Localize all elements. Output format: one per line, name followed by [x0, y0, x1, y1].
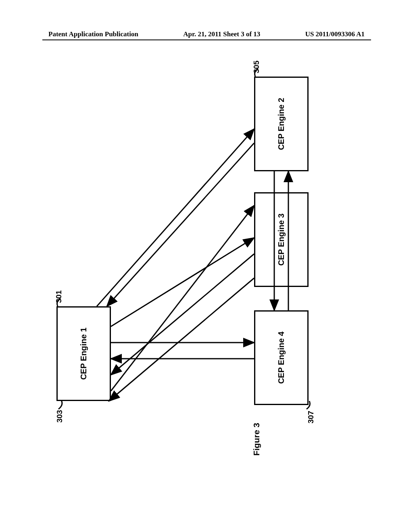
box-label: CEP Engine 3 [277, 214, 286, 266]
ref-301: 301 [54, 290, 63, 303]
ref-307: 307 [307, 411, 315, 424]
diagram-canvas: CEP Engine 1 301 CEP Engine 2 305 CEP En… [56, 81, 347, 455]
box-cep-engine-2: CEP Engine 2 [254, 77, 309, 171]
svg-line-1 [97, 129, 254, 306]
header-rule [42, 39, 371, 40]
box-label: CEP Engine 1 [79, 328, 88, 380]
svg-line-2 [107, 143, 254, 306]
box-cep-engine-4: CEP Engine 4 [254, 310, 309, 405]
box-cep-engine-1: CEP Engine 1 [56, 306, 111, 401]
svg-line-9 [111, 206, 254, 391]
box-cep-engine-3: CEP Engine 3 [254, 192, 309, 287]
figure-label: Figure 3 [252, 423, 261, 456]
header-center: Apr. 21, 2011 Sheet 3 of 13 [183, 30, 260, 38]
header-left: Patent Application Publication [48, 30, 138, 38]
ref-303: 303 [55, 410, 64, 423]
svg-line-8 [111, 254, 254, 375]
svg-line-10 [109, 278, 254, 401]
ref-305: 305 [252, 60, 261, 73]
header-right: US 2011/0093306 A1 [305, 30, 365, 38]
svg-line-7 [111, 238, 254, 326]
box-label: CEP Engine 4 [277, 332, 286, 384]
box-label: CEP Engine 2 [277, 98, 286, 150]
